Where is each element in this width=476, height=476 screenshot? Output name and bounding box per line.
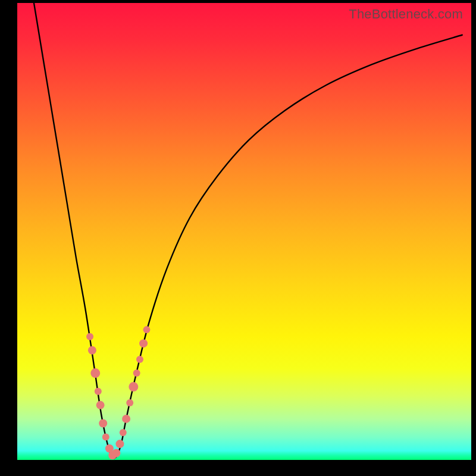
data-marker — [99, 419, 107, 428]
data-marker — [95, 388, 102, 395]
data-marker — [96, 401, 105, 409]
data-marker — [126, 399, 133, 406]
data-marker — [133, 369, 140, 377]
data-markers — [86, 326, 150, 459]
data-marker — [102, 434, 109, 441]
data-marker — [120, 429, 127, 436]
data-marker — [86, 333, 93, 340]
data-marker — [90, 368, 100, 378]
curve-svg — [17, 3, 471, 460]
data-marker — [115, 440, 124, 448]
data-marker — [139, 339, 148, 347]
data-marker — [122, 415, 130, 423]
data-marker — [112, 449, 120, 457]
data-marker — [129, 382, 138, 392]
plot-area: TheBottleneck.com — [17, 3, 471, 460]
data-marker — [136, 356, 143, 363]
chart-frame: TheBottleneck.com — [0, 0, 476, 476]
data-marker — [143, 326, 150, 333]
data-marker — [88, 346, 96, 355]
